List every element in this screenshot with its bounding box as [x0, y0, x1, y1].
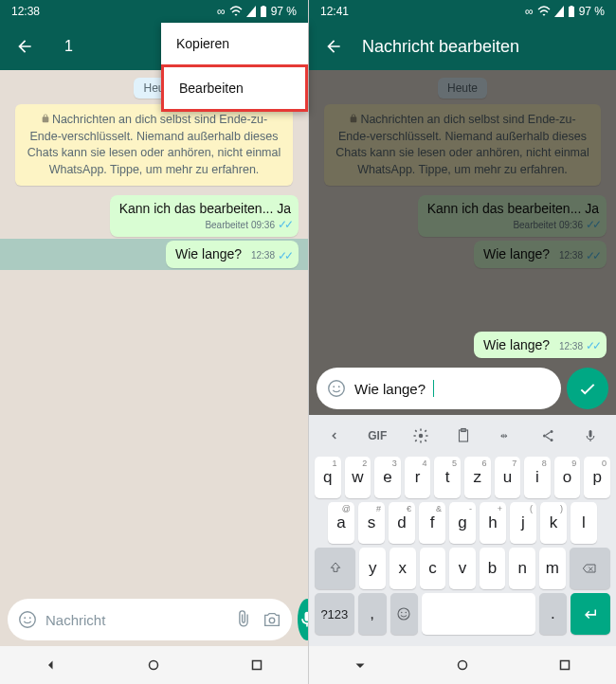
key-s[interactable]: s#: [358, 502, 385, 544]
edit-input-row: Wie lange?: [309, 364, 616, 415]
key-h[interactable]: h+: [480, 502, 506, 544]
svg-rect-20: [589, 430, 592, 438]
key-q[interactable]: q1: [315, 457, 341, 498]
kb-translate-icon[interactable]: ⇹: [498, 427, 515, 444]
key-m[interactable]: m: [539, 548, 566, 589]
comma-key[interactable]: ,: [358, 593, 387, 635]
wifi-icon: [537, 6, 551, 17]
key-d[interactable]: d€: [389, 502, 415, 544]
status-time: 12:41: [320, 5, 349, 18]
key-x[interactable]: x: [390, 548, 416, 589]
signal-icon: [246, 6, 256, 17]
menu-item-edit[interactable]: Bearbeiten: [161, 64, 308, 112]
date-chip: Heute: [438, 78, 487, 99]
kb-clipboard-icon[interactable]: [455, 427, 472, 444]
read-check-icon: ✓✓: [278, 249, 291, 262]
message-meta: Bearbeitet 09:36 ✓✓: [119, 218, 291, 231]
kb-share-icon[interactable]: [540, 427, 557, 444]
key-p[interactable]: p0: [584, 457, 610, 498]
input-bar: [0, 593, 308, 646]
space-key[interactable]: [422, 593, 534, 635]
key-y[interactable]: y: [359, 548, 386, 589]
key-o[interactable]: o9: [554, 457, 581, 498]
key-z[interactable]: z6: [464, 457, 491, 498]
backspace-key[interactable]: [570, 548, 610, 589]
app-bar-title: Nachricht bearbeiten: [362, 37, 608, 57]
status-right: ∞ 97 %: [217, 5, 297, 18]
key-w[interactable]: w2: [345, 457, 371, 498]
confirm-button[interactable]: [567, 368, 608, 409]
kb-mic-icon[interactable]: [582, 427, 599, 444]
message-input-pill: [8, 599, 292, 640]
chat-area: Heu Nachrichten an dich selbst sind Ende…: [0, 70, 308, 593]
key-k[interactable]: k): [540, 502, 567, 544]
emoji-icon[interactable]: [17, 609, 38, 630]
key-v[interactable]: v: [449, 548, 476, 589]
battery-icon: [568, 6, 575, 17]
kb-more-icon[interactable]: [325, 427, 342, 444]
nav-back-icon[interactable]: [43, 657, 60, 674]
back-button[interactable]: [8, 29, 42, 63]
key-f[interactable]: f&: [419, 502, 445, 544]
kb-gif-label[interactable]: GIF: [368, 429, 387, 442]
encryption-text: Nachrichten an dich selbst sind Ende-zu-…: [27, 113, 281, 176]
screen-left: 12:38 ∞ 97 % 1 Kopieren Bearbeiten Heu N…: [0, 0, 308, 684]
attach-icon[interactable]: [233, 609, 254, 630]
read-check-icon: ✓✓: [278, 218, 291, 231]
emoji-key[interactable]: [390, 593, 419, 635]
symbols-key[interactable]: ?123: [315, 593, 354, 635]
message-row: Wie lange? 12:38 ✓✓: [309, 239, 616, 270]
svg-point-24: [459, 661, 467, 670]
nav-recent-icon[interactable]: [248, 657, 265, 674]
svg-point-2: [20, 612, 36, 628]
message-input[interactable]: [45, 612, 226, 628]
key-c[interactable]: c: [420, 548, 446, 589]
message-bubble: Kann ich das bearbeiten... Ja Bearbeitet…: [418, 195, 607, 237]
status-time: 12:38: [11, 5, 40, 18]
message-text: Kann ich das bearbeiten... Ja: [427, 201, 599, 216]
message-text: Wie lange?: [175, 246, 242, 261]
key-n[interactable]: n: [509, 548, 535, 589]
edit-input-text[interactable]: Wie lange?: [354, 381, 426, 397]
kb-settings-icon[interactable]: [412, 427, 429, 444]
svg-rect-8: [569, 7, 574, 17]
camera-icon[interactable]: [262, 609, 282, 630]
nav-hide-keyboard-icon[interactable]: [352, 657, 369, 674]
key-t[interactable]: t5: [434, 457, 461, 498]
key-g[interactable]: g-: [449, 502, 476, 544]
svg-point-21: [398, 608, 409, 620]
read-check-icon: ✓✓: [586, 339, 599, 352]
svg-rect-9: [570, 6, 572, 7]
key-b[interactable]: b: [480, 548, 506, 589]
enter-key[interactable]: [571, 593, 610, 635]
edit-app-bar: Nachricht bearbeiten: [309, 23, 616, 70]
key-i[interactable]: i8: [524, 457, 551, 498]
message-row[interactable]: Kann ich das bearbeiten... Ja Bearbeitet…: [0, 193, 308, 239]
emoji-icon[interactable]: [326, 378, 347, 399]
key-u[interactable]: u7: [495, 457, 521, 498]
period-key[interactable]: .: [539, 593, 568, 635]
message-bubble: Wie lange? 12:38 ✓✓: [474, 241, 607, 268]
kb-row-4: ?123 , .: [315, 593, 610, 635]
encryption-notice[interactable]: Nachrichten an dich selbst sind Ende-zu-…: [15, 104, 293, 186]
nav-recent-icon[interactable]: [556, 657, 573, 674]
link-icon: ∞: [217, 5, 226, 18]
key-l[interactable]: l: [571, 502, 597, 544]
shift-key[interactable]: [315, 548, 355, 589]
key-j[interactable]: j(: [510, 502, 536, 544]
svg-rect-7: [252, 661, 261, 670]
key-r[interactable]: r4: [405, 457, 431, 498]
key-a[interactable]: a@: [328, 502, 354, 544]
edit-overlay: Wie lange? 12:38 ✓✓ Wie lange?: [309, 328, 616, 416]
nav-home-icon[interactable]: [454, 657, 471, 674]
nav-home-icon[interactable]: [145, 657, 162, 674]
message-row-selected[interactable]: Wie lange? 12:38 ✓✓: [0, 239, 308, 270]
message-meta: 12:38 ✓✓: [559, 249, 599, 262]
key-e[interactable]: e3: [374, 457, 401, 498]
lock-icon: [41, 113, 50, 124]
menu-item-copy[interactable]: Kopieren: [161, 23, 308, 64]
kb-row-1: q1w2e3r4t5z6u7i8o9p0: [315, 457, 610, 498]
back-button[interactable]: [317, 29, 351, 63]
svg-point-22: [401, 612, 403, 614]
svg-rect-25: [561, 661, 570, 670]
